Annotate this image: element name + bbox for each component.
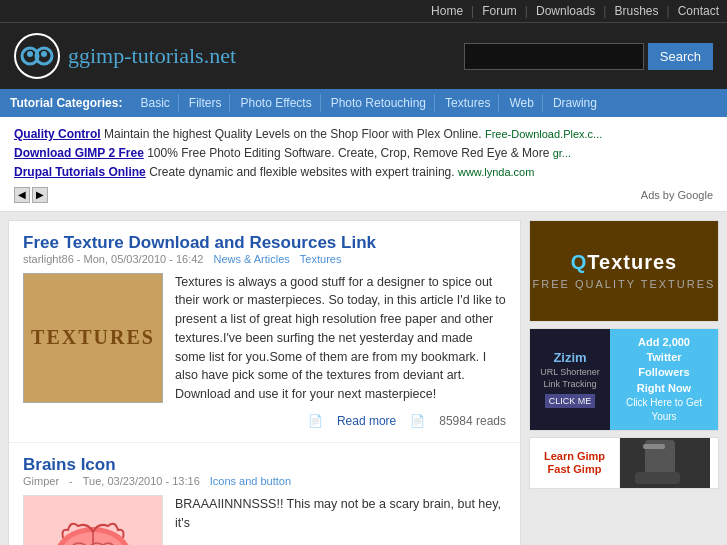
nav-downloads[interactable]: Downloads — [536, 4, 595, 18]
nav-contact[interactable]: Contact — [678, 4, 719, 18]
sidebar: QTextures FREE QUALITY TEXTURES Zizim UR… — [529, 220, 719, 545]
svg-rect-9 — [635, 472, 680, 484]
article-brains-text: BRAAAIINNNSSS!! This may not be a scary … — [175, 495, 506, 545]
article-brains: Brains Icon Gimper - Tue, 03/23/2010 - 1… — [9, 443, 520, 545]
search-input[interactable] — [464, 43, 644, 70]
read-more-link[interactable]: Read more — [337, 412, 396, 430]
ads-prev-button[interactable]: ◀ — [14, 187, 30, 203]
nav-home[interactable]: Home — [431, 4, 463, 18]
article-textures-title[interactable]: Free Texture Download and Resources Link — [23, 233, 376, 252]
zizim-click-button[interactable]: CLICK ME — [545, 394, 596, 408]
learn-gimp-label: Learn Gimp Fast Gimp — [536, 450, 613, 476]
twitter-line2: Twitter — [646, 350, 681, 365]
article-textures-thumb: TEXTURES — [23, 273, 163, 403]
tag-news[interactable]: News & Articles — [213, 253, 289, 265]
article-brains-thumb — [23, 495, 163, 545]
article-textures-body: TEXTURES Textures is always a good stuff… — [23, 273, 506, 430]
brains-date: Tue, 03/23/2010 - 13:16 — [83, 475, 200, 487]
article-textures-footer: 📄 Read more 📄 85984 reads — [175, 412, 506, 430]
svg-point-3 — [27, 51, 33, 57]
nav-brushes[interactable]: Brushes — [614, 4, 658, 18]
nav-filters[interactable]: Filters — [181, 94, 231, 112]
twitter-line1: Add 2,000 — [638, 335, 690, 350]
article-brains-body: BRAAAIINNNSSS!! This may not be a scary … — [23, 495, 506, 545]
ads-by-google: Ads by Google — [641, 189, 713, 201]
learn-gimp-row: Learn Gimp Fast Gimp — [530, 438, 718, 488]
top-navigation: Home | Forum | Downloads | Brushes | Con… — [0, 0, 727, 23]
article-brains-title[interactable]: Brains Icon — [23, 455, 116, 474]
ad-drupal-link[interactable]: Drupal Tutorials Online — [14, 165, 146, 179]
zizim-line1: URL Shortener — [540, 367, 600, 377]
site-title: ggimp-tutorials.net — [68, 43, 236, 69]
ads-section: Quality Control Maintain the highest Qua… — [0, 117, 727, 212]
qtextures-tagline: FREE QUALITY TEXTURES — [533, 278, 716, 290]
logo: ggimp-tutorials.net — [14, 33, 236, 79]
ad-download-gimp-link[interactable]: Download GIMP 2 Free — [14, 146, 144, 160]
article-brains-meta: Gimper - Tue, 03/23/2010 - 13:16 Icons a… — [23, 475, 506, 487]
zizim-twitter-widget: Zizim URL Shortener Link Tracking CLICK … — [529, 328, 719, 432]
qtextures-banner: QTextures FREE QUALITY TEXTURES — [530, 221, 718, 321]
nav-drawing[interactable]: Drawing — [545, 94, 605, 112]
learn-gimp-widget[interactable]: Learn Gimp Fast Gimp — [529, 437, 719, 489]
search-area: Search — [464, 43, 713, 70]
category-nav-bar: Tutorial Categories: Basic Filters Photo… — [0, 89, 727, 117]
qtextures-widget[interactable]: QTextures FREE QUALITY TEXTURES — [529, 220, 719, 322]
brains-author: Gimper — [23, 475, 59, 487]
ad-quality-control-link[interactable]: Quality Control — [14, 127, 101, 141]
twitter-sub: Click Here to Get Yours — [616, 396, 712, 424]
learn-gimp-box: Learn Gimp Fast Gimp — [530, 438, 620, 488]
ad-line-2: Download GIMP 2 Free 100% Free Photo Edi… — [14, 144, 713, 163]
article-textures-text: Textures is always a good stuff for a de… — [175, 273, 506, 430]
logo-search-bar: ggimp-tutorials.net Search — [0, 23, 727, 89]
qtextures-logo: QTextures — [571, 251, 677, 274]
article-textures-meta: starlight86 - Mon, 05/03/2010 - 16:42 Ne… — [23, 253, 506, 265]
nav-web[interactable]: Web — [501, 94, 542, 112]
article-textures: Free Texture Download and Resources Link… — [9, 221, 520, 443]
read-count: 85984 reads — [439, 412, 506, 430]
brain-icon — [43, 510, 143, 545]
ads-next-button[interactable]: ▶ — [32, 187, 48, 203]
categories-label: Tutorial Categories: — [10, 96, 122, 110]
ads-navigation: ◀ ▶ — [14, 187, 48, 203]
learn-gimp-image — [620, 438, 710, 488]
nav-textures[interactable]: Textures — [437, 94, 499, 112]
svg-rect-10 — [643, 444, 665, 449]
twitter-line3: Followers — [638, 365, 689, 380]
nav-photo-effects[interactable]: Photo Effects — [232, 94, 320, 112]
nav-basic[interactable]: Basic — [132, 94, 178, 112]
zizim-box[interactable]: Zizim URL Shortener Link Tracking CLICK … — [530, 329, 610, 431]
main-layout: Free Texture Download and Resources Link… — [0, 212, 727, 545]
svg-point-4 — [41, 51, 47, 57]
boot-icon — [625, 438, 705, 488]
logo-icon — [14, 33, 60, 79]
ad-line-3: Drupal Tutorials Online Create dynamic a… — [14, 163, 713, 182]
nav-photo-retouching[interactable]: Photo Retouching — [323, 94, 435, 112]
search-button[interactable]: Search — [648, 43, 713, 70]
zizim-line2: Link Tracking — [543, 379, 596, 389]
twitter-box[interactable]: Add 2,000 Twitter Followers Right Now Cl… — [610, 329, 718, 431]
twitter-line4: Right Now — [637, 381, 691, 396]
content-area: Free Texture Download and Resources Link… — [8, 220, 521, 545]
zizim-twitter-row: Zizim URL Shortener Link Tracking CLICK … — [530, 329, 718, 431]
tag-icons[interactable]: Icons and button — [210, 475, 291, 487]
zizim-title: Zizim — [553, 350, 586, 365]
ads-footer: ◀ ▶ Ads by Google — [14, 187, 713, 203]
tag-textures[interactable]: Textures — [300, 253, 342, 265]
article-author: starlight86 - Mon, 05/03/2010 - 16:42 — [23, 253, 203, 265]
ad-line-1: Quality Control Maintain the highest Qua… — [14, 125, 713, 144]
nav-forum[interactable]: Forum — [482, 4, 517, 18]
